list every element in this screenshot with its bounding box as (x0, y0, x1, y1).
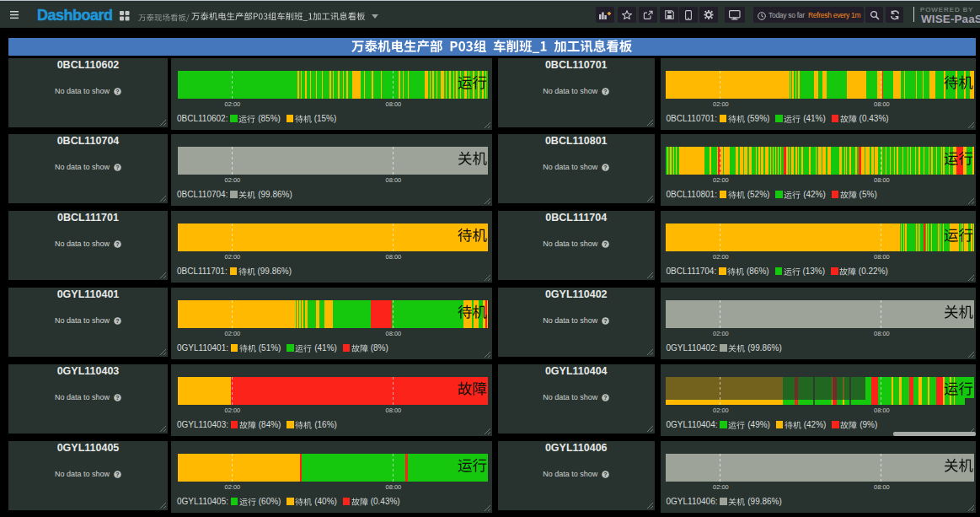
svg-text:?: ? (604, 471, 608, 477)
svg-text:?: ? (115, 89, 119, 94)
svg-text:?: ? (604, 241, 608, 247)
svg-text:?: ? (115, 318, 119, 324)
svg-text:?: ? (115, 395, 119, 401)
svg-text:?: ? (604, 89, 608, 94)
svg-text:?: ? (115, 241, 119, 247)
svg-text:?: ? (115, 471, 119, 477)
svg-text:?: ? (604, 318, 608, 324)
svg-text:?: ? (604, 395, 608, 401)
svg-text:?: ? (115, 164, 119, 170)
svg-text:?: ? (604, 164, 608, 170)
